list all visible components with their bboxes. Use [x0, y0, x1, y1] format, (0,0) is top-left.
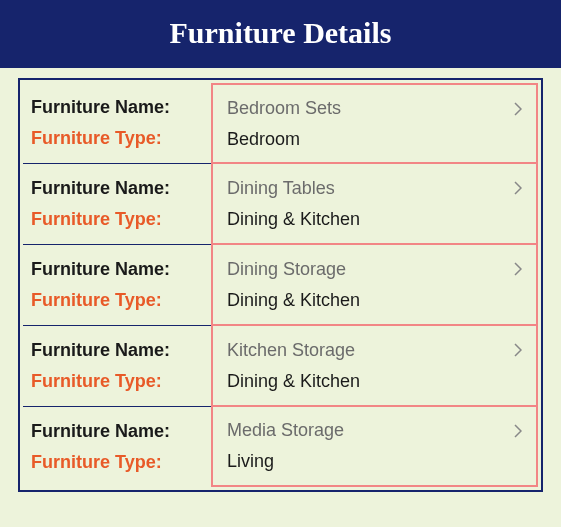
type-label: Furniture Type:	[31, 371, 203, 392]
chevron-right-icon	[512, 103, 524, 115]
furniture-type-value: Dining & Kitchen	[227, 290, 500, 311]
chevron-right-icon	[512, 344, 524, 356]
name-label: Furniture Name:	[31, 421, 203, 442]
name-label: Furniture Name:	[31, 178, 203, 199]
row-labels: Furniture Name: Furniture Type:	[23, 326, 211, 406]
list-item[interactable]: Furniture Name: Furniture Type: Kitchen …	[23, 326, 538, 407]
row-values: Kitchen Storage Dining & Kitchen	[211, 324, 538, 406]
row-labels: Furniture Name: Furniture Type:	[23, 245, 211, 325]
furniture-name-value: Bedroom Sets	[227, 98, 500, 119]
chevron-right-icon	[512, 425, 524, 437]
page-title: Furniture Details	[0, 0, 561, 68]
row-values: Dining Tables Dining & Kitchen	[211, 162, 538, 244]
furniture-name-value: Dining Tables	[227, 178, 500, 199]
row-values: Bedroom Sets Bedroom	[211, 83, 538, 163]
list-item[interactable]: Furniture Name: Furniture Type: Media St…	[23, 407, 538, 487]
list-item[interactable]: Furniture Name: Furniture Type: Dining S…	[23, 245, 538, 326]
name-label: Furniture Name:	[31, 97, 203, 118]
furniture-name-value: Dining Storage	[227, 259, 500, 280]
chevron-right-icon	[512, 263, 524, 275]
type-label: Furniture Type:	[31, 290, 203, 311]
type-label: Furniture Type:	[31, 128, 203, 149]
furniture-type-value: Dining & Kitchen	[227, 209, 500, 230]
row-values: Dining Storage Dining & Kitchen	[211, 243, 538, 325]
list-item[interactable]: Furniture Name: Furniture Type: Dining T…	[23, 164, 538, 245]
row-labels: Furniture Name: Furniture Type:	[23, 83, 211, 163]
row-values: Media Storage Living	[211, 405, 538, 487]
furniture-type-value: Bedroom	[227, 129, 500, 150]
furniture-name-value: Media Storage	[227, 420, 500, 441]
furniture-list: Furniture Name: Furniture Type: Bedroom …	[18, 78, 543, 492]
furniture-type-value: Living	[227, 451, 500, 472]
type-label: Furniture Type:	[31, 209, 203, 230]
furniture-type-value: Dining & Kitchen	[227, 371, 500, 392]
row-labels: Furniture Name: Furniture Type:	[23, 407, 211, 487]
row-labels: Furniture Name: Furniture Type:	[23, 164, 211, 244]
type-label: Furniture Type:	[31, 452, 203, 473]
list-item[interactable]: Furniture Name: Furniture Type: Bedroom …	[23, 83, 538, 164]
name-label: Furniture Name:	[31, 340, 203, 361]
chevron-right-icon	[512, 182, 524, 194]
name-label: Furniture Name:	[31, 259, 203, 280]
furniture-name-value: Kitchen Storage	[227, 340, 500, 361]
